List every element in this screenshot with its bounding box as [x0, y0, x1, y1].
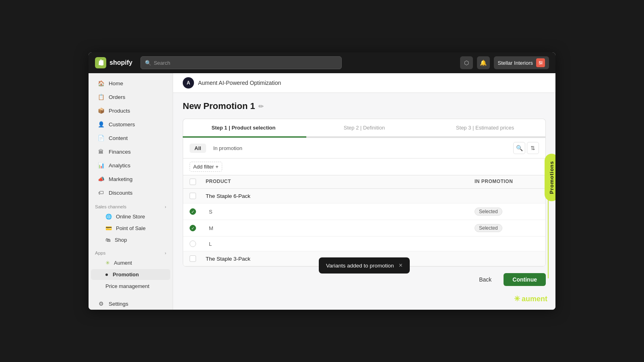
sidebar-label-customers: Customers	[109, 121, 135, 128]
row-checkbox-m[interactable]: ✓	[190, 225, 206, 231]
app-header: A Aument AI-Powered Optimization	[173, 73, 555, 93]
selected-badge-m: Selected	[475, 224, 502, 232]
sidebar-label-aument: Aument	[114, 260, 132, 266]
content-wrapper: A Aument AI-Powered Optimization New Pro…	[173, 73, 555, 310]
online-store-icon: 🌐	[105, 214, 112, 220]
topbar: shopify 🔍 Search ⬡ 🔔 Stellar Interiors S…	[89, 52, 555, 73]
step-1[interactable]: Step 1 | Product selection	[183, 119, 304, 136]
sales-channels-chevron: ›	[165, 204, 166, 209]
sidebar-label-marketing: Marketing	[109, 176, 132, 182]
sidebar-label-content: Content	[109, 135, 128, 141]
checkbox-s[interactable]: ✓	[190, 208, 196, 215]
sidebar-label-shop: Shop	[115, 237, 127, 243]
sidebar-item-aument[interactable]: ✳ Aument	[91, 257, 170, 268]
variant-name-l: L	[206, 241, 475, 247]
row-checkbox-l[interactable]	[190, 241, 206, 247]
sidebar-item-customers[interactable]: 👤 Customers	[91, 118, 170, 131]
apps-chevron: ›	[165, 251, 166, 255]
toast-notification: Variants added to promotion ×	[319, 257, 410, 274]
tab-row: All In promotion 🔍 ⇅	[183, 138, 545, 158]
sidebar-item-marketing[interactable]: 📣 Marketing	[91, 173, 170, 185]
row-checkbox-s[interactable]: ✓	[190, 208, 206, 215]
table-row: ✓ M Selected	[183, 220, 545, 237]
sidebar-item-price-management[interactable]: Price management	[91, 281, 170, 292]
row-checkbox-staple6[interactable]	[190, 193, 206, 199]
in-promotion-m: Selected	[475, 224, 539, 232]
help-icon-btn[interactable]: ⬡	[460, 56, 473, 69]
aument-logo-text: aument	[522, 295, 547, 303]
marketing-icon: 📣	[97, 175, 105, 183]
tab-all[interactable]: All	[190, 144, 206, 153]
step-3[interactable]: Step 3 | Estimated prices	[425, 119, 545, 136]
bell-icon-btn[interactable]: 🔔	[477, 56, 490, 69]
select-all-checkbox[interactable]	[190, 179, 196, 185]
promotions-side-tab[interactable]: Promotions	[545, 154, 555, 201]
content: A Aument AI-Powered Optimization New Pro…	[173, 73, 555, 310]
shopify-logo[interactable]: shopify	[95, 57, 132, 68]
search-bar[interactable]: 🔍 Search	[140, 56, 342, 69]
sidebar-item-finances[interactable]: 🏛 Finances	[91, 145, 170, 158]
page-title-row: New Promotion 1 ✏	[183, 101, 546, 111]
filter-row: Add filter +	[183, 158, 545, 175]
sidebar-label-products: Products	[109, 108, 130, 114]
help-icon: ⬡	[464, 60, 469, 66]
step-2[interactable]: Step 2 | Definition	[304, 119, 425, 136]
back-button[interactable]: Back	[472, 273, 499, 286]
analytics-icon: 📊	[97, 162, 105, 169]
sidebar-item-analytics[interactable]: 📊 Analytics	[91, 159, 170, 172]
step-1-label: Step 1 | Product selection	[212, 125, 276, 131]
page: New Promotion 1 ✏ Step 1 | Product selec…	[173, 93, 555, 310]
selected-badge-s: Selected	[475, 208, 502, 216]
promo-side-line	[548, 198, 549, 278]
sidebar-item-settings[interactable]: ⚙ Settings	[91, 297, 170, 310]
step-3-label: Step 3 | Estimated prices	[456, 125, 514, 131]
table-row: ✓ S Selected	[183, 204, 545, 220]
sidebar-label-online-store: Online Store	[116, 214, 145, 220]
store-avatar: SI	[536, 58, 545, 67]
steps-row: Step 1 | Product selection Step 2 | Defi…	[183, 119, 546, 136]
sidebar-item-shop[interactable]: 🛍 Shop	[91, 234, 170, 245]
sidebar-label-home: Home	[109, 80, 123, 86]
sidebar-label-promotion: Promotion	[113, 272, 139, 278]
sidebar-item-products[interactable]: 📦 Products	[91, 104, 170, 117]
topbar-right: ⬡ 🔔 Stellar Interiors SI	[460, 56, 549, 69]
continue-button[interactable]: Continue	[504, 273, 546, 286]
store-btn[interactable]: Stellar Interiors SI	[494, 56, 549, 69]
row-checkbox-staple3[interactable]	[190, 255, 206, 262]
sidebar-item-content[interactable]: 📄 Content	[91, 132, 170, 144]
add-filter-btn[interactable]: Add filter +	[190, 162, 222, 172]
step-2-label: Step 2 | Definition	[344, 125, 385, 131]
search-filter-icon-btn[interactable]: 🔍	[513, 142, 525, 154]
settings-icon: ⚙	[97, 300, 105, 307]
tab-in-promotion[interactable]: In promotion	[208, 144, 247, 153]
checkbox-staple6[interactable]	[190, 193, 196, 199]
sidebar-item-home[interactable]: 🏠 Home	[91, 77, 170, 90]
sort-icon: ⇅	[530, 145, 535, 151]
page-title: New Promotion 1	[183, 101, 255, 111]
sidebar-item-promotion[interactable]: Promotion	[91, 269, 170, 280]
toast-close-btn[interactable]: ×	[399, 262, 402, 269]
sidebar-item-orders[interactable]: 📋 Orders	[91, 90, 170, 103]
sidebar-item-online-store[interactable]: 🌐 Online Store	[91, 211, 170, 222]
in-promotion-s: Selected	[475, 208, 539, 216]
promotion-indicator	[105, 274, 108, 276]
header-checkbox-cell	[190, 179, 206, 185]
store-name: Stellar Interiors	[498, 60, 533, 66]
pos-icon: 💳	[105, 225, 112, 231]
checkbox-l[interactable]	[190, 241, 196, 247]
header-product: Product	[206, 179, 475, 185]
product-card: All In promotion 🔍 ⇅	[183, 138, 546, 267]
sidebar-label-discounts: Discounts	[109, 190, 132, 196]
bell-icon: 🔔	[480, 60, 487, 66]
edit-icon[interactable]: ✏	[258, 103, 264, 110]
search-placeholder: Search	[154, 60, 170, 66]
sidebar-item-pos[interactable]: 💳 Point of Sale	[91, 223, 170, 234]
table-row: The Staple 6-Pack	[183, 189, 545, 204]
sidebar-item-discounts[interactable]: 🏷 Discounts	[91, 186, 170, 199]
plus-icon: +	[215, 164, 219, 170]
sort-icon-btn[interactable]: ⇅	[527, 142, 539, 154]
checkbox-m[interactable]: ✓	[190, 225, 196, 231]
checkbox-staple3[interactable]	[190, 255, 196, 262]
sidebar-label-finances: Finances	[109, 149, 131, 155]
sidebar: 🏠 Home 📋 Orders 📦 Products 👤 Customers 📄…	[89, 73, 173, 310]
